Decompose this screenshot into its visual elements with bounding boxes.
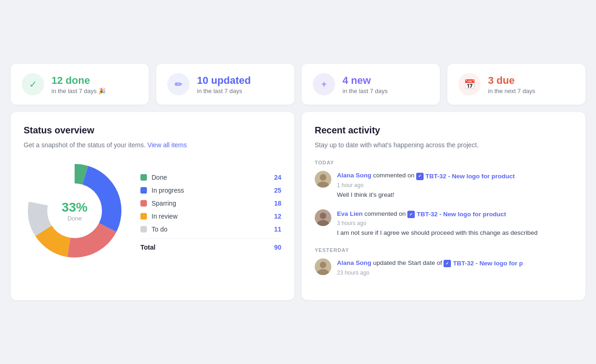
legend-label-todo: To do xyxy=(152,226,167,233)
chart-legend: Done 24 In progress 25 xyxy=(140,171,281,251)
done-info: 12 done in the last 7 days 🎉 xyxy=(51,75,106,94)
activity-item-3: Alana Song updated the Start date of ✓ T… xyxy=(315,258,572,278)
user-name-2: Eva Lien xyxy=(337,210,363,217)
new-value: 4 new xyxy=(342,75,388,87)
legend-label-inreview: In review xyxy=(152,213,178,220)
legend-item-sparring: Sparring 18 xyxy=(140,197,281,210)
done-subtitle: in the last 7 days 🎉 xyxy=(51,88,106,94)
activity-time-2: 3 hours ago xyxy=(337,220,572,226)
legend-dot-done xyxy=(140,174,147,181)
legend-total-row: Total 90 xyxy=(140,238,281,251)
stat-card-updated: ✏ 10 updated in the last 7 days xyxy=(156,64,294,105)
updated-info: 10 updated in the last 7 days xyxy=(197,75,251,94)
donut-percentage: 33% xyxy=(62,200,88,215)
legend-item-done: Done 24 xyxy=(140,171,281,184)
due-subtitle: in the next 7 days xyxy=(488,88,535,94)
panels-row: Status overview Get a snapshot of the st… xyxy=(11,112,585,300)
due-value: 3 due xyxy=(488,75,535,87)
legend-count-sparring: 18 xyxy=(274,200,281,207)
legend-count-todo: 11 xyxy=(274,226,281,233)
legend-label-done: Done xyxy=(152,174,167,181)
legend-item-todo: To do 11 xyxy=(140,223,281,236)
task-icon-3: ✓ xyxy=(444,260,451,267)
stat-card-done: ✓ 12 done in the last 7 days 🎉 xyxy=(11,64,149,105)
legend-count-inprogress: 25 xyxy=(274,187,281,194)
legend-count-inreview: 12 xyxy=(274,213,281,220)
task-icon-2: ✓ xyxy=(407,211,415,218)
done-value: 12 done xyxy=(51,75,106,87)
activity-comment-1: Well I think it's great! xyxy=(337,190,572,200)
svg-point-13 xyxy=(320,262,326,268)
legend-count-done: 24 xyxy=(274,174,281,181)
donut-center: 33% Done xyxy=(62,200,88,222)
activity-content-1: Alana Song commented on ✓ TBT-32 - New l… xyxy=(337,171,572,200)
avatar-eva xyxy=(315,209,331,226)
task-link-3[interactable]: ✓ TBT-32 - New logo for p xyxy=(444,259,523,268)
section-label-yesterday: YESTERDAY xyxy=(315,247,572,253)
activity-time-3: 23 hours ago xyxy=(337,270,572,276)
activity-content-2: Eva Lien commented on ✓ TBT-32 - New log… xyxy=(337,209,572,238)
section-label-today: TODAY xyxy=(315,160,572,165)
activity-item-2: Eva Lien commented on ✓ TBT-32 - New log… xyxy=(315,209,572,238)
avatar-alana-2 xyxy=(315,258,331,275)
due-icon: 📅 xyxy=(458,73,481,95)
updated-value: 10 updated xyxy=(197,75,251,87)
stats-row: ✓ 12 done in the last 7 days 🎉 ✏ 10 upda… xyxy=(11,64,585,105)
svg-point-10 xyxy=(320,213,326,219)
legend-dot-inreview xyxy=(140,213,147,220)
legend-dot-inprogress xyxy=(140,187,147,194)
activity-comment-2: I am not sure if I agree we should proce… xyxy=(337,228,572,238)
status-overview-subtitle: Get a snapshot of the status of your ite… xyxy=(24,141,281,149)
view-all-items-link[interactable]: View all items xyxy=(147,141,187,149)
new-subtitle: in the last 7 days xyxy=(342,88,388,94)
new-icon: + xyxy=(313,73,335,95)
task-icon-1: ✓ xyxy=(416,173,424,180)
legend-item-inreview: In review 12 xyxy=(140,210,281,223)
recent-activity-title: Recent activity xyxy=(315,125,572,136)
total-count: 90 xyxy=(274,244,281,251)
donut-chart: 33% Done xyxy=(24,160,126,262)
new-info: 4 new in the last 7 days xyxy=(342,75,388,94)
activity-item-1: Alana Song commented on ✓ TBT-32 - New l… xyxy=(315,171,572,200)
activity-time-1: 1 hour ago xyxy=(337,182,572,188)
legend-label-inprogress: In progress xyxy=(152,187,184,194)
donut-label: Done xyxy=(62,215,88,222)
total-label: Total xyxy=(140,244,155,251)
user-name-3: Alana Song xyxy=(337,259,371,266)
updated-subtitle: in the last 7 days xyxy=(197,88,251,94)
stat-card-new: + 4 new in the last 7 days xyxy=(302,64,440,105)
recent-activity-subtitle: Stay up to date with what's happening ac… xyxy=(315,141,572,149)
status-overview-title: Status overview xyxy=(24,125,281,136)
svg-point-7 xyxy=(320,174,326,181)
legend-dot-todo xyxy=(140,226,147,232)
recent-activity-panel: Recent activity Stay up to date with wha… xyxy=(302,112,585,300)
task-link-2[interactable]: ✓ TBT-32 - New logo for product xyxy=(407,210,506,219)
done-icon: ✓ xyxy=(22,73,44,95)
dashboard: ✓ 12 done in the last 7 days 🎉 ✏ 10 upda… xyxy=(11,64,585,300)
user-name-1: Alana Song xyxy=(337,172,371,179)
stat-card-due: 📅 3 due in the next 7 days xyxy=(447,64,585,105)
legend-item-inprogress: In progress 25 xyxy=(140,184,281,197)
chart-section: 33% Done Done 24 xyxy=(24,160,281,262)
legend-label-sparring: Sparring xyxy=(152,200,176,207)
status-overview-panel: Status overview Get a snapshot of the st… xyxy=(11,112,294,300)
legend-dot-sparring xyxy=(140,200,147,207)
avatar-alana-1 xyxy=(315,171,331,188)
due-info: 3 due in the next 7 days xyxy=(488,75,535,94)
task-link-1[interactable]: ✓ TBT-32 - New logo for product xyxy=(416,172,515,181)
activity-content-3: Alana Song updated the Start date of ✓ T… xyxy=(337,258,572,278)
updated-icon: ✏ xyxy=(167,73,190,95)
